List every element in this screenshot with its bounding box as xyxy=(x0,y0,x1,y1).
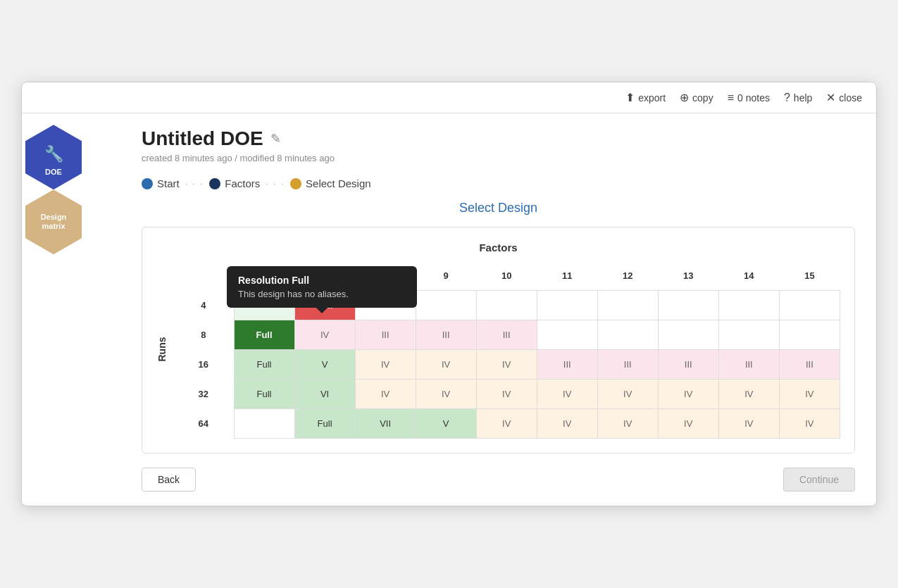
help-button[interactable]: ? help xyxy=(784,92,812,104)
row-header-8: 8 xyxy=(173,320,234,349)
close-icon: ✕ xyxy=(826,91,835,104)
copy-button[interactable]: ⊕ copy xyxy=(680,91,713,104)
doe-hex: 🔧 DOE xyxy=(25,125,82,189)
cell-64-1[interactable]: Full xyxy=(294,408,355,438)
app-window: ⬆ export ⊕ copy ≡ 0 notes ? help ✕ close… xyxy=(21,82,877,506)
cell-32-6[interactable]: IV xyxy=(597,379,658,408)
cell-16-2[interactable]: IV xyxy=(355,349,416,379)
cell-64-7[interactable]: IV xyxy=(658,408,718,438)
cell-32-2[interactable]: IV xyxy=(355,379,416,408)
cell-32-7[interactable]: IV xyxy=(658,379,718,408)
cell-16-4[interactable]: IV xyxy=(476,349,537,379)
step-label-factors: Factors xyxy=(225,177,260,189)
main-content: Untitled DOE ✎ created 8 minutes ago / m… xyxy=(120,113,876,506)
cell-64-6[interactable]: IV xyxy=(597,408,658,438)
page-title: Untitled DOE xyxy=(142,127,263,150)
col-6: 6 xyxy=(234,261,294,290)
continue-button[interactable]: Continue xyxy=(783,468,855,492)
notes-button[interactable]: ≡ 0 notes xyxy=(728,92,770,104)
col-11: 11 xyxy=(537,261,597,290)
sidebar-item-design-matrix[interactable]: Design matrix xyxy=(25,189,82,254)
step-dot-select-design xyxy=(290,178,301,189)
step-select-design[interactable]: Select Design xyxy=(290,177,371,189)
cell-8-3[interactable]: III xyxy=(416,320,476,349)
cell-64-2[interactable]: VII xyxy=(355,408,416,438)
copy-label: copy xyxy=(692,92,713,104)
step-factors[interactable]: Factors xyxy=(209,177,260,189)
cell-64-0 xyxy=(234,408,294,438)
cell-64-5[interactable]: IV xyxy=(537,408,597,438)
close-button[interactable]: ✕ close xyxy=(826,91,862,104)
export-button[interactable]: ⬆ export xyxy=(625,91,666,104)
back-button[interactable]: Back xyxy=(142,468,196,492)
cell-8-1[interactable]: IV xyxy=(294,320,355,349)
cell-16-0[interactable]: Full xyxy=(234,349,294,379)
cell-8-8 xyxy=(718,320,779,349)
cell-64-3[interactable]: V xyxy=(416,408,476,438)
col-14: 14 xyxy=(718,261,779,290)
design-matrix-label: Design matrix xyxy=(41,213,67,231)
cell-8-4[interactable]: III xyxy=(476,320,537,349)
cell-8-5 xyxy=(537,320,597,349)
cell-16-9[interactable]: III xyxy=(779,349,840,379)
matrix-layout: Runs 6 7 8 9 10 11 12 xyxy=(156,261,840,439)
cell-16-7[interactable]: III xyxy=(658,349,718,379)
cell-32-3[interactable]: IV xyxy=(416,379,476,408)
cell-4-6 xyxy=(597,290,658,320)
cell-16-3[interactable]: IV xyxy=(416,349,476,379)
row-header-4: 4 xyxy=(173,290,234,320)
cell-4-3 xyxy=(416,290,476,320)
cell-32-5[interactable]: IV xyxy=(537,379,597,408)
edit-icon[interactable]: ✎ xyxy=(270,131,281,146)
help-label: help xyxy=(794,92,812,104)
select-design-heading: Select Design xyxy=(142,201,855,215)
cell-8-6 xyxy=(597,320,658,349)
cell-4-4 xyxy=(476,290,537,320)
cell-4-8 xyxy=(718,290,779,320)
notes-label: 0 notes xyxy=(737,92,770,104)
table-row: 16FullVIVIVIVIIIIIIIIIIIIIII xyxy=(173,349,840,379)
step-dot-start xyxy=(142,178,153,189)
copy-icon: ⊕ xyxy=(680,91,689,104)
matrix-container: Factors Resolution Full This design has … xyxy=(142,227,855,453)
cell-32-0[interactable]: Full xyxy=(234,379,294,408)
doe-hex-label: DOE xyxy=(45,168,62,177)
cell-32-4[interactable]: IV xyxy=(476,379,537,408)
row-header-32: 32 xyxy=(173,379,234,408)
design-matrix-hex: Design matrix xyxy=(25,189,82,254)
cell-8-0[interactable]: Full xyxy=(234,320,294,349)
cell-16-8[interactable]: III xyxy=(718,349,779,379)
cell-32-8[interactable]: IV xyxy=(718,379,779,408)
export-icon: ⬆ xyxy=(625,91,635,104)
sidebar-item-doe[interactable]: 🔧 DOE xyxy=(25,125,82,189)
col-8: 8 xyxy=(355,261,416,290)
cell-4-7 xyxy=(658,290,718,320)
cell-16-1[interactable]: V xyxy=(294,349,355,379)
step-dot-factors xyxy=(209,178,220,189)
export-label: export xyxy=(638,92,666,104)
help-icon: ? xyxy=(784,92,790,104)
col-15: 15 xyxy=(779,261,840,290)
step-start[interactable]: Start xyxy=(142,177,180,189)
cell-4-1[interactable]: Full xyxy=(294,290,355,320)
cell-8-2[interactable]: III xyxy=(355,320,416,349)
col-12: 12 xyxy=(597,261,658,290)
close-label: close xyxy=(839,92,862,104)
cell-4-9 xyxy=(779,290,840,320)
cell-64-9[interactable]: IV xyxy=(779,408,840,438)
col-10: 10 xyxy=(476,261,537,290)
row-header-16: 16 xyxy=(173,349,234,379)
cell-32-9[interactable]: IV xyxy=(779,379,840,408)
cell-64-8[interactable]: IV xyxy=(718,408,779,438)
col-header-row: 6 7 8 9 10 11 12 13 14 15 xyxy=(173,261,840,290)
doc-title: Untitled DOE ✎ xyxy=(142,127,855,150)
cell-32-1[interactable]: VI xyxy=(294,379,355,408)
cell-16-6[interactable]: III xyxy=(597,349,658,379)
row-header-64: 64 xyxy=(173,408,234,438)
cell-16-5[interactable]: III xyxy=(537,349,597,379)
cell-8-9 xyxy=(779,320,840,349)
notes-icon: ≡ xyxy=(728,92,734,104)
step-label-start: Start xyxy=(157,177,180,189)
corner-cell xyxy=(173,261,234,290)
cell-64-4[interactable]: IV xyxy=(476,408,537,438)
